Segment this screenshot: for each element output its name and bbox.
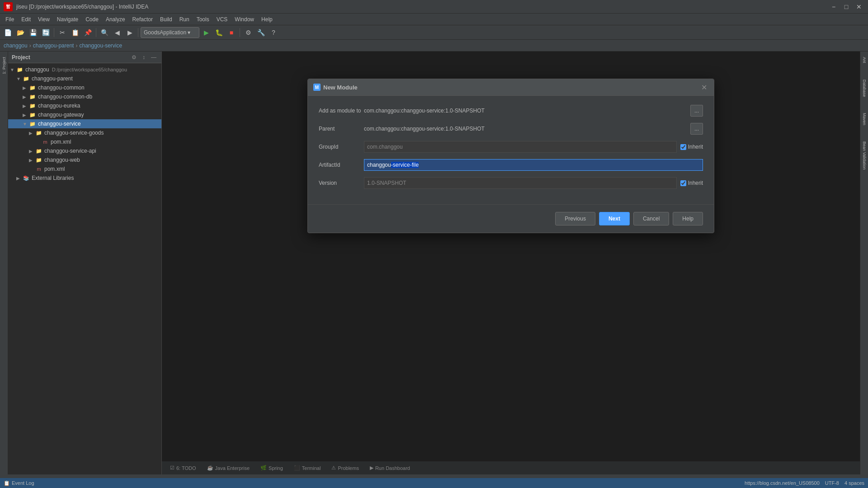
value-add-module: com.changgou:changgou-service:1.0-SNAPSH…	[364, 108, 687, 114]
right-tab-maven[interactable]: Maven	[861, 109, 868, 129]
menu-edit[interactable]: Edit	[18, 14, 34, 24]
previous-button[interactable]: Previous	[555, 212, 595, 225]
label-add-module: Add as module to	[319, 108, 364, 114]
dialog-close-button[interactable]: ✕	[699, 83, 708, 92]
menu-window[interactable]: Window	[231, 14, 258, 24]
breadcrumb-changgou-parent[interactable]: changgou-parent	[33, 42, 74, 49]
breadcrumb: changgou › changgou-parent › changgou-se…	[0, 40, 868, 52]
right-tab-database[interactable]: Database	[861, 76, 868, 101]
inherit-groupid-checkbox[interactable]	[680, 144, 686, 150]
find-button[interactable]: 🔍	[99, 27, 110, 38]
menu-help[interactable]: Help	[258, 14, 276, 24]
panel-collapse-button[interactable]: —	[150, 53, 158, 61]
tree-label-changgou-common-db: changgou-common-db	[38, 94, 92, 100]
tree-item-changgou-parent[interactable]: ▼ 📁 changgou-parent	[8, 74, 161, 83]
dialog-module-icon: M	[313, 84, 321, 91]
pom-icon-goods: m	[42, 138, 49, 145]
tree-item-changgou[interactable]: ▼ 📁 changgou D:/project/workspace65/chan…	[8, 65, 161, 74]
stop-button[interactable]: ■	[226, 27, 237, 38]
inherit-groupid-text: Inherit	[688, 144, 703, 150]
minimize-button[interactable]: −	[828, 2, 839, 11]
maximize-button[interactable]: □	[841, 2, 852, 11]
help-button[interactable]: Help	[673, 212, 703, 225]
library-icon: 📚	[23, 174, 30, 182]
right-tab-bean-validation[interactable]: Bean Validation	[861, 138, 868, 173]
tree-item-pom-service[interactable]: ▶ m pom.xml	[8, 164, 161, 174]
chevron-changgou-service-api: ▶	[29, 149, 35, 154]
status-indent[interactable]: 4 spaces	[844, 480, 864, 486]
menu-tools[interactable]: Tools	[193, 14, 213, 24]
menu-refactor[interactable]: Refactor	[129, 14, 156, 24]
menu-navigate[interactable]: Navigate	[53, 14, 82, 24]
menu-analyze[interactable]: Analyze	[102, 14, 129, 24]
tree-item-external-libraries[interactable]: ▶ 📚 External Libraries	[8, 174, 161, 183]
help-toolbar-button[interactable]: ?	[268, 27, 279, 38]
menu-view[interactable]: View	[34, 14, 53, 24]
browse-add-module-button[interactable]: ...	[690, 105, 703, 117]
panel-settings-button[interactable]: ⚙	[130, 53, 138, 61]
tree-item-changgou-service[interactable]: ▼ 📁 changgou-service	[8, 119, 161, 128]
paste-button[interactable]: 📌	[82, 27, 94, 38]
panel-scroll-button[interactable]: ↕	[140, 53, 148, 61]
chevron-changgou-parent: ▼	[16, 76, 23, 81]
tree-item-changgou-service-api[interactable]: ▶ 📁 changgou-service-api	[8, 146, 161, 155]
tree-item-changgou-gateway[interactable]: ▶ 📁 changgou-gateway	[8, 110, 161, 119]
menu-file[interactable]: File	[2, 14, 18, 24]
tree-item-pom-goods[interactable]: ▶ m pom.xml	[8, 137, 161, 146]
debug-button[interactable]: 🐛	[213, 27, 225, 38]
tree-label-changgou-service: changgou-service	[38, 121, 81, 127]
separator-2	[96, 28, 96, 37]
run-config-dropdown[interactable]: GoodsApplication ▾	[141, 27, 199, 38]
left-tab-strip: 1: Project	[0, 52, 8, 474]
back-button[interactable]: ◀	[111, 27, 123, 38]
menu-run[interactable]: Run	[176, 14, 193, 24]
save-button[interactable]: 💾	[27, 27, 39, 38]
copy-button[interactable]: 📋	[69, 27, 81, 38]
status-event-log[interactable]: 📋 Event Log	[4, 480, 34, 486]
dialog-title: M New Module	[313, 84, 358, 91]
left-tab-project[interactable]: 1: Project	[1, 53, 7, 78]
event-log-icon: 📋	[4, 480, 10, 486]
menu-vcs[interactable]: VCS	[213, 14, 231, 24]
build-button[interactable]: ⚙	[242, 27, 254, 38]
folder-icon-changgou-parent: 📁	[23, 75, 30, 82]
tree-item-changgou-common-db[interactable]: ▶ 📁 changgou-common-db	[8, 92, 161, 101]
tree-item-changgou-service-goods[interactable]: ▶ 📁 changgou-service-goods	[8, 128, 161, 137]
cut-button[interactable]: ✂	[57, 27, 68, 38]
chevron-changgou-common-db: ▶	[23, 94, 29, 99]
tree-label-changgou-service-goods: changgou-service-goods	[44, 130, 104, 136]
open-button[interactable]: 📂	[14, 27, 26, 38]
breadcrumb-changgou-service[interactable]: changgou-service	[79, 42, 122, 49]
browse-parent-button[interactable]: ...	[690, 123, 703, 135]
cancel-button[interactable]: Cancel	[633, 212, 669, 225]
settings-button[interactable]: 🔧	[255, 27, 267, 38]
dialog-body: Add as module to com.changgou:changgou-s…	[308, 96, 714, 204]
tree-label-pom-service: pom.xml	[44, 166, 65, 172]
sync-button[interactable]: 🔄	[40, 27, 52, 38]
tree-item-changgou-web[interactable]: ▶ 📁 changgou-web	[8, 155, 161, 164]
tree-label-changgou: changgou	[25, 66, 49, 73]
panel-header: Project ⚙ ↕ —	[8, 52, 161, 63]
chevron-changgou-web: ▶	[29, 158, 35, 163]
panel-controls: ⚙ ↕ —	[130, 53, 158, 61]
new-file-button[interactable]: 📄	[2, 27, 14, 38]
separator-3	[138, 28, 138, 37]
breadcrumb-changgou[interactable]: changgou	[4, 42, 28, 49]
forward-button[interactable]: ▶	[124, 27, 136, 38]
run-button[interactable]: ▶	[200, 27, 212, 38]
next-button[interactable]: Next	[599, 212, 630, 225]
tree-label-changgou-eureka: changgou-eureka	[38, 103, 80, 109]
right-tab-ant[interactable]: Ant	[861, 53, 868, 67]
menu-code[interactable]: Code	[82, 14, 102, 24]
window-title: jiseu [D:/project/workspace65/changgou] …	[16, 4, 828, 10]
tree-item-changgou-common[interactable]: ▶ 📁 changgou-common	[8, 83, 161, 92]
form-row-parent: Parent com.changgou:changgou-service:1.0…	[319, 123, 703, 135]
status-encoding[interactable]: UTF-8	[825, 480, 839, 486]
tree-item-changgou-eureka[interactable]: ▶ 📁 changgou-eureka	[8, 101, 161, 110]
menu-build[interactable]: Build	[156, 14, 176, 24]
input-artifactid[interactable]	[364, 159, 703, 171]
chevron-changgou-eureka: ▶	[23, 103, 29, 108]
inherit-version-checkbox[interactable]	[680, 180, 686, 186]
close-button[interactable]: ✕	[854, 2, 864, 11]
chevron-changgou: ▼	[10, 67, 16, 72]
